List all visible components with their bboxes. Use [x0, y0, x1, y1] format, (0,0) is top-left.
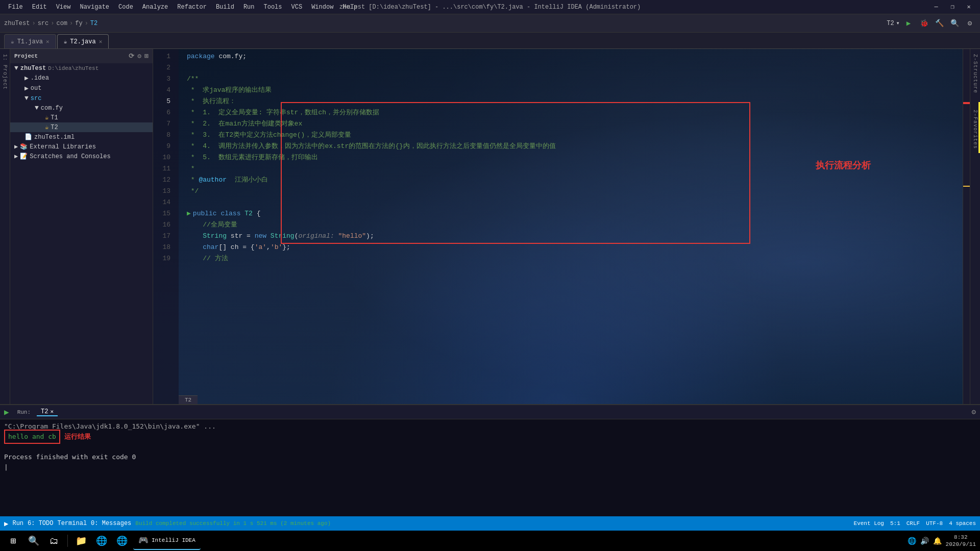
menu-build[interactable]: Build	[212, 3, 238, 12]
sync-icon[interactable]: ⟳	[129, 52, 134, 60]
run-config-dropdown[interactable]: T2 ▾	[887, 17, 899, 30]
search-everywhere-button[interactable]: 🔍	[948, 17, 961, 30]
line-num-5: 5	[153, 96, 175, 107]
volume-icon[interactable]: 🔊	[920, 537, 929, 545]
tree-label-scratches: Scratches and Consoles	[30, 153, 110, 160]
run-line-process: Process finished with exit code 0	[4, 452, 976, 462]
breadcrumb-project[interactable]: zhuTest	[4, 20, 30, 27]
tree-item-t1[interactable]: ☕ T1	[10, 113, 153, 122]
menu-window[interactable]: Window	[307, 3, 337, 12]
run-button[interactable]: ▶	[902, 17, 915, 30]
side-tabs-left: 1: Project	[0, 49, 10, 404]
expand-icon[interactable]: ⊞	[144, 52, 149, 60]
iml-file-icon: 📄	[24, 133, 32, 141]
intellij-taskbar-app[interactable]: 🎮 IntelliJ IDEA	[133, 532, 201, 550]
window-controls[interactable]: — ❐ ✕	[929, 2, 976, 12]
tree-item-external-libs[interactable]: ▶ 📚 External Libraries	[10, 142, 153, 152]
run-status-icon[interactable]: ▶	[4, 519, 8, 528]
hello-output: hello and cb	[8, 433, 56, 440]
close-button[interactable]: ✕	[962, 2, 976, 12]
sidebar-header: Project ⟳ ⚙ ⊞	[10, 49, 153, 63]
settings-icon[interactable]: ⚙	[137, 52, 141, 60]
menu-run[interactable]: Run	[239, 3, 259, 12]
tab-t2java[interactable]: ☕ T2.java ✕	[57, 34, 109, 48]
menu-refactor[interactable]: Refactor	[173, 3, 211, 12]
menu-edit[interactable]: Edit	[28, 3, 51, 12]
breadcrumb-com[interactable]: com	[56, 20, 67, 27]
date-display: 2020/9/11	[946, 541, 976, 548]
run-label[interactable]: Run	[12, 520, 23, 527]
breadcrumb-fy[interactable]: fy	[75, 20, 82, 27]
clock[interactable]: 8:32 2020/9/11	[946, 534, 976, 548]
tree-item-zhutest[interactable]: ▼ zhuTest D:\idea\zhuTest	[10, 63, 153, 73]
run-tab-t2[interactable]: T2 ✕	[37, 408, 58, 416]
search-taskbar-button[interactable]: 🔍	[24, 532, 43, 550]
messages-label[interactable]: 0: Messages	[91, 520, 131, 527]
encoding[interactable]: UTF-8	[926, 520, 943, 527]
java-file-icon: ☕	[45, 114, 48, 121]
run-config-name: T2	[887, 20, 894, 27]
menu-view[interactable]: View	[52, 3, 75, 12]
code-editor[interactable]: 执行流程分析 1 2 3 4 5 6 7 8 9 10 11 12 13 14	[153, 49, 963, 404]
tab-t2java-close[interactable]: ✕	[99, 38, 103, 45]
network-icon[interactable]: 🌐	[908, 537, 916, 545]
menu-navigate[interactable]: Navigate	[76, 3, 113, 12]
code-lines[interactable]: package com.fy; /** * 求java程序的输出结果 * 执行流…	[179, 49, 963, 404]
run-cursor: |	[4, 462, 976, 472]
terminal-label[interactable]: Terminal	[57, 520, 87, 527]
run-arrow-icon: ▶	[187, 208, 191, 219]
notification-icon[interactable]: 🔔	[933, 537, 942, 545]
minimize-button[interactable]: —	[929, 2, 943, 12]
maximize-button[interactable]: ❐	[945, 2, 960, 12]
warning-marker	[963, 186, 970, 187]
run-green-button[interactable]: ▶	[4, 407, 9, 417]
menu-vcs[interactable]: VCS	[287, 3, 307, 12]
task-view-button[interactable]: 🗂	[45, 532, 63, 550]
package-icon: ▼	[35, 104, 39, 112]
favorites-label[interactable]: 2-Favorites	[971, 107, 979, 152]
intellij-app-label: IntelliJ IDEA	[152, 537, 195, 543]
menu-file[interactable]: File	[4, 3, 27, 12]
line-num-14: 14	[153, 197, 175, 208]
z-structure-label[interactable]: Z-Structure	[971, 51, 979, 96]
tab-t1java[interactable]: ☕ T1.java ✕	[4, 34, 56, 48]
menu-bar[interactable]: File Edit View Navigate Code Analyze Ref…	[4, 3, 361, 12]
tree-item-src[interactable]: ▼ src	[10, 93, 153, 103]
run-output[interactable]: "C:\Program Files\Java\jdk1.8.0_152\bin\…	[0, 419, 980, 516]
sidebar-title: Project	[14, 53, 38, 59]
breadcrumb-t2[interactable]: T2	[90, 20, 97, 27]
line-ending[interactable]: CRLF	[906, 520, 920, 527]
menu-analyze[interactable]: Analyze	[138, 3, 172, 12]
run-tab-bar: ▶ Run: T2 ✕ ⚙	[0, 405, 980, 419]
menu-code[interactable]: Code	[114, 3, 137, 12]
tree-item-t2[interactable]: ☕ T2	[10, 122, 153, 132]
debug-button[interactable]: 🐞	[918, 17, 930, 30]
start-button[interactable]: ⊞	[4, 532, 22, 550]
folder-icon: ▼	[24, 94, 29, 102]
build-button[interactable]: 🔨	[933, 17, 945, 30]
settings-button[interactable]: ⚙	[964, 17, 976, 30]
file-explorer-button[interactable]: 📁	[72, 532, 90, 550]
todo-label[interactable]: 6: TODO	[28, 520, 53, 527]
tab-t1java-close[interactable]: ✕	[46, 38, 50, 45]
indent-setting[interactable]: 4 spaces	[949, 520, 976, 527]
event-log-label[interactable]: Event Log	[854, 520, 884, 527]
run-tab-t2-label: T2	[41, 408, 48, 415]
tree-item-out[interactable]: ▶ out	[10, 83, 153, 93]
side-tab-1-structure[interactable]: 1: Project	[1, 51, 9, 93]
menu-tools[interactable]: Tools	[260, 3, 286, 12]
tree-item-comfy[interactable]: ▼ com.fy	[10, 103, 153, 113]
browser2-button[interactable]: 🌐	[113, 532, 131, 550]
line-num-10: 10	[153, 152, 175, 163]
breadcrumb-src[interactable]: src	[38, 20, 49, 27]
taskbar-right: 🌐 🔊 🔔 8:32 2020/9/11	[908, 534, 976, 548]
tree-item-iml[interactable]: 📄 zhuTest.iml	[10, 132, 153, 142]
line-num-7: 7	[153, 118, 175, 130]
tree-item-idea[interactable]: ▶ .idea	[10, 73, 153, 83]
tree-item-scratches[interactable]: ▶ 📝 Scratches and Consoles	[10, 152, 153, 161]
browser-button[interactable]: 🌐	[92, 532, 111, 550]
tree-label-external-libs: External Libraries	[30, 143, 96, 151]
run-settings-icon[interactable]: ⚙	[972, 408, 976, 416]
code-line-9: * 4. 调用方法并传入参数，因为方法中的ex.str的范围在方法的{}内，因此…	[187, 141, 963, 152]
run-tab-t2-close[interactable]: ✕	[50, 408, 54, 415]
